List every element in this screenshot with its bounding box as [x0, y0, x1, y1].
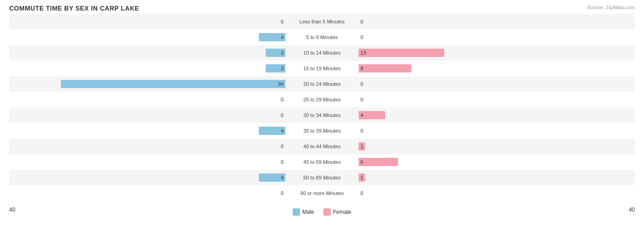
male-value: 0 — [281, 112, 284, 118]
chart-row: 25 to 29 Minutes00 — [9, 92, 635, 107]
male-value: 0 — [281, 159, 284, 165]
male-value: 0 — [281, 190, 284, 196]
chart-row: 40 to 44 Minutes01 — [9, 139, 635, 154]
row-label: 15 to 19 Minutes — [303, 66, 340, 71]
row-label: 10 to 14 Minutes — [303, 50, 340, 56]
legend-female: Female — [323, 208, 351, 216]
female-value: 0 — [360, 190, 363, 196]
female-value: 13 — [360, 50, 366, 56]
row-label: 20 to 24 Minutes — [303, 81, 340, 87]
male-value: 4 — [281, 128, 284, 134]
row-label: 30 to 34 Minutes — [303, 112, 340, 118]
male-bar — [61, 80, 285, 88]
source-text: Source: ZipAtlas.com — [587, 5, 635, 10]
female-bar — [359, 64, 411, 73]
male-value: 0 — [281, 19, 284, 24]
chart-row: 90 or more Minutes00 — [9, 185, 635, 201]
legend-male-box — [293, 208, 300, 216]
female-value: 1 — [360, 144, 363, 149]
male-value: 3 — [281, 50, 284, 56]
male-value: 0 — [281, 144, 284, 149]
female-value: 4 — [360, 112, 363, 118]
axis-max-right: 40 — [629, 207, 635, 216]
chart-row: Less than 5 Minutes00 — [9, 14, 635, 29]
female-bar — [359, 49, 444, 57]
axis-min-left: 40 — [9, 207, 15, 216]
female-value: 0 — [360, 128, 363, 134]
female-value: 0 — [360, 34, 363, 40]
chart-row: 35 to 39 Minutes40 — [9, 123, 635, 139]
chart-row: 60 to 89 Minutes41 — [9, 170, 635, 185]
male-value: 34 — [278, 81, 284, 87]
female-value: 0 — [360, 97, 363, 102]
male-value: 4 — [281, 175, 284, 180]
chart-row: 30 to 34 Minutes04 — [9, 107, 635, 123]
male-value: 3 — [281, 66, 284, 71]
axis-labels: 40 Male Female 40 — [9, 207, 635, 216]
chart-row: 45 to 59 Minutes06 — [9, 154, 635, 170]
legend-male: Male — [293, 208, 314, 216]
row-label: 35 to 39 Minutes — [303, 128, 340, 134]
chart-row: 15 to 19 Minutes38 — [9, 61, 635, 76]
legend-female-label: Female — [333, 209, 351, 215]
chart-row: 5 to 9 Minutes40 — [9, 29, 635, 45]
legend-male-label: Male — [302, 209, 314, 215]
female-value: 1 — [360, 175, 363, 180]
female-bar — [359, 158, 398, 166]
female-value: 0 — [360, 81, 363, 87]
chart-row: 20 to 24 Minutes340 — [9, 76, 635, 92]
female-value: 0 — [360, 19, 363, 24]
row-label: 40 to 44 Minutes — [303, 144, 340, 149]
male-value: 4 — [281, 34, 284, 40]
row-label: 60 to 89 Minutes — [303, 175, 340, 180]
legend-female-box — [323, 208, 331, 216]
row-label: 25 to 29 Minutes — [303, 97, 340, 102]
row-label: 90 or more Minutes — [300, 190, 344, 196]
female-value: 6 — [360, 159, 363, 165]
row-label: 5 to 9 Minutes — [306, 34, 338, 40]
male-value: 0 — [281, 97, 284, 102]
row-label: 45 to 59 Minutes — [303, 159, 340, 165]
chart-title: COMMUTE TIME BY SEX IN CARP LAKE — [9, 5, 635, 12]
female-value: 8 — [360, 66, 363, 71]
chart-area: Less than 5 Minutes005 to 9 Minutes4010 … — [9, 14, 635, 206]
legend: Male Female — [293, 208, 351, 216]
chart-container: COMMUTE TIME BY SEX IN CARP LAKE Source:… — [0, 0, 644, 240]
chart-row: 10 to 14 Minutes313 — [9, 45, 635, 61]
row-label: Less than 5 Minutes — [300, 19, 344, 24]
